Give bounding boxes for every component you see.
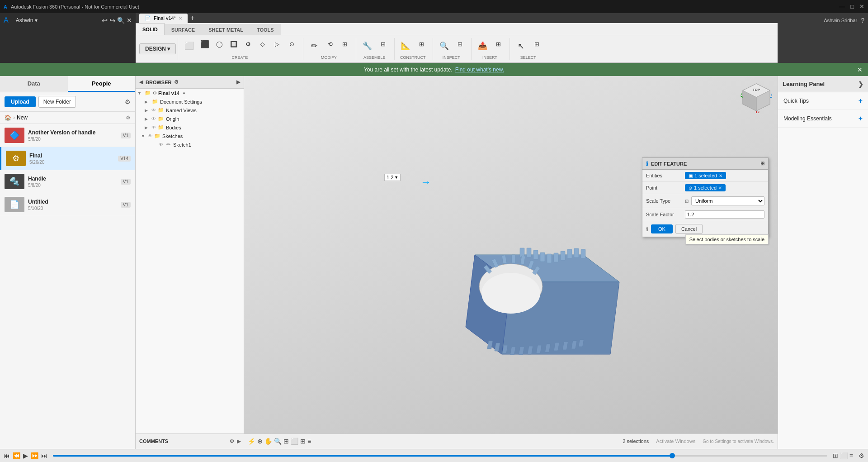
scale-input-box[interactable]: 1.2 ▼ (384, 174, 401, 181)
left-tab-data[interactable]: Data (0, 76, 68, 92)
comments-settings-icon[interactable]: ⚙ (230, 438, 234, 444)
status-grid-icon[interactable]: ⊞ (300, 438, 306, 445)
notification-link[interactable]: Find out what's new. (455, 67, 504, 73)
list-item[interactable]: 🔷 Another Version of handle 5/8/20 V1 (0, 124, 135, 147)
browser-collapse-icon[interactable]: ◀ (139, 79, 143, 85)
tree-item-bodies[interactable]: ▶ 👁 📁 Bodies (136, 123, 244, 132)
tree-item-sketch1[interactable]: 👁 ✏ Sketch1 (136, 140, 244, 149)
status-zoom-icon[interactable]: 🔍 (274, 438, 282, 445)
modify-fillet-btn[interactable]: ⟲ (323, 38, 337, 51)
design-mode-button[interactable]: DESIGN ▾ (139, 43, 176, 54)
modify-press-pull-btn[interactable]: ✏ (306, 38, 322, 54)
ef-ok-button[interactable]: OK (651, 224, 673, 233)
upload-button[interactable]: Upload (5, 96, 36, 107)
new-folder-button[interactable]: New Folder (38, 96, 76, 108)
pb-icon-2[interactable]: ⬜ (840, 452, 848, 459)
ef-entities-clear-icon[interactable]: ✕ (719, 173, 722, 178)
browser-settings-icon[interactable]: ⚙ (174, 79, 179, 85)
scale-input-value[interactable]: 1.2 (387, 175, 393, 180)
playback-prev-icon[interactable]: ⏪ (13, 452, 20, 459)
doc-tab-final[interactable]: 📄 Final v14* ✕ (139, 14, 188, 23)
comments-expand-icon[interactable]: ▶ (237, 438, 241, 444)
tree-item-root[interactable]: ▼ 📁 ⚙ Final v14 ● (136, 89, 244, 97)
pb-icon-1[interactable]: ⊞ (833, 452, 838, 459)
modeling-essentials-plus-icon[interactable]: + (859, 114, 863, 123)
list-item[interactable]: 📄 Untitled 5/10/20 V1 (0, 193, 135, 216)
create-extrude-btn[interactable]: ⬛ (198, 38, 212, 51)
insert-more-btn[interactable]: ⊞ (491, 38, 505, 51)
toolbar-tab-surface[interactable]: SURFACE (165, 24, 202, 35)
tree-item-named-views[interactable]: ▶ 👁 📁 Named Views (136, 106, 244, 114)
create-more-btn[interactable]: ▷ (270, 38, 284, 51)
scale-input-dropdown-icon[interactable]: ▼ (394, 175, 398, 180)
browser-expand-icon[interactable]: ▶ (236, 79, 240, 85)
learning-panel-quick-tips[interactable]: Quick Tips + (778, 92, 868, 110)
status-orbit-icon[interactable]: ⊕ (257, 438, 263, 445)
inspect-measure-btn[interactable]: 🔍 (436, 38, 452, 54)
ef-scale-type-select[interactable]: Uniform Non-Uniform (691, 196, 764, 205)
redo-icon[interactable]: ↪ (109, 16, 115, 25)
ef-info-2-icon[interactable]: ℹ (646, 226, 648, 233)
tree-eye-origin-icon[interactable]: 👁 (151, 116, 156, 121)
list-item[interactable]: 🔩 Handle 5/8/20 V1 (0, 170, 135, 193)
breadcrumb-home-icon[interactable]: 🏠 (5, 114, 11, 121)
close-icon[interactable]: ✕ (127, 17, 132, 24)
pb-settings-icon[interactable]: ⚙ (859, 452, 864, 459)
left-tab-people[interactable]: People (68, 76, 136, 92)
undo-icon[interactable]: ↩ (102, 16, 108, 25)
maximize-button[interactable]: □ (850, 3, 854, 10)
toolbar-tab-tools[interactable]: TOOLS (250, 24, 281, 35)
status-more-icon[interactable]: ≡ (307, 438, 311, 445)
create-loft-btn[interactable]: ⚙ (241, 38, 255, 51)
doc-tab-close-icon[interactable]: ✕ (179, 16, 182, 21)
playback-first-icon[interactable]: ⏮ (4, 452, 10, 459)
ef-point-clear-icon[interactable]: ✕ (718, 186, 722, 191)
viewcube[interactable]: TOP X Z Y (741, 81, 772, 113)
create-revolve-btn[interactable]: ◯ (212, 38, 226, 51)
learning-panel-modeling-essentials[interactable]: Modeling Essentials + (778, 110, 868, 128)
ef-cancel-button[interactable]: Cancel (675, 224, 703, 234)
settings-2-icon[interactable]: ⚙ (126, 114, 131, 121)
tree-item-document-settings[interactable]: ▶ 📁 Document Settings (136, 97, 244, 106)
pb-icon-3[interactable]: ≡ (849, 452, 853, 459)
modify-more-btn[interactable]: ⊞ (338, 38, 351, 51)
status-display-icon[interactable]: ⬜ (291, 438, 298, 445)
tree-eye-sketches-icon[interactable]: 👁 (148, 133, 152, 138)
inspect-more-btn[interactable]: ⊞ (453, 38, 467, 51)
3d-viewport[interactable]: → 1.2 ▼ TOP (244, 76, 778, 433)
notification-close-icon[interactable]: ✕ (857, 66, 863, 73)
create-new-component-btn[interactable]: ⬜ (181, 38, 197, 54)
select-select-btn[interactable]: ↖ (513, 38, 529, 54)
construct-plane-btn[interactable]: 📐 (397, 38, 414, 54)
ef-expand-icon[interactable]: ⊞ (760, 161, 764, 167)
tree-eye-named-views-icon[interactable]: 👁 (151, 108, 156, 113)
settings-icon[interactable]: ⚙ (125, 98, 131, 105)
learning-panel-close-icon[interactable]: ❯ (858, 81, 863, 88)
insert-insert-btn[interactable]: 📥 (474, 38, 491, 54)
status-connect-icon[interactable]: ⚡ (248, 438, 255, 445)
search-icon[interactable]: 🔍 (117, 17, 125, 24)
list-item[interactable]: ⚙ Final 5/26/20 V14 (0, 147, 135, 170)
tree-item-sketches[interactable]: ▼ 👁 📁 Sketches (136, 132, 244, 140)
status-zoom2-icon[interactable]: ⊞ (283, 438, 289, 445)
tree-eye-sketch1-icon[interactable]: 👁 (159, 142, 163, 147)
toolbar-tab-solid[interactable]: SOLID (136, 23, 165, 35)
assemble-more-btn[interactable]: ⊞ (376, 38, 390, 51)
new-tab-button[interactable]: + (190, 14, 194, 22)
tree-item-origin[interactable]: ▶ 👁 📁 Origin (136, 114, 244, 123)
close-button[interactable]: ✕ (859, 3, 864, 10)
move-handle-arrow[interactable]: → (420, 176, 431, 188)
quick-tips-plus-icon[interactable]: + (859, 97, 863, 105)
construct-more-btn[interactable]: ⊞ (415, 38, 428, 51)
tree-root-dot-icon[interactable]: ● (183, 90, 185, 95)
create-pattern-btn[interactable]: ⊙ (285, 38, 298, 51)
help-icon[interactable]: ? (861, 17, 864, 24)
assemble-joint-btn[interactable]: 🔧 (359, 38, 375, 54)
create-sweep-btn[interactable]: 🔲 (227, 38, 241, 51)
playback-next-icon[interactable]: ⏩ (31, 452, 38, 459)
toolbar-tab-sheetmetal[interactable]: SHEET METAL (202, 24, 250, 35)
ef-scale-factor-input[interactable] (685, 210, 764, 219)
workspace-dropdown[interactable]: Ashwin ▾ (12, 15, 41, 25)
playback-play-icon[interactable]: ▶ (23, 452, 28, 459)
browser-settings-2-icon[interactable]: ⚙ (153, 90, 157, 95)
